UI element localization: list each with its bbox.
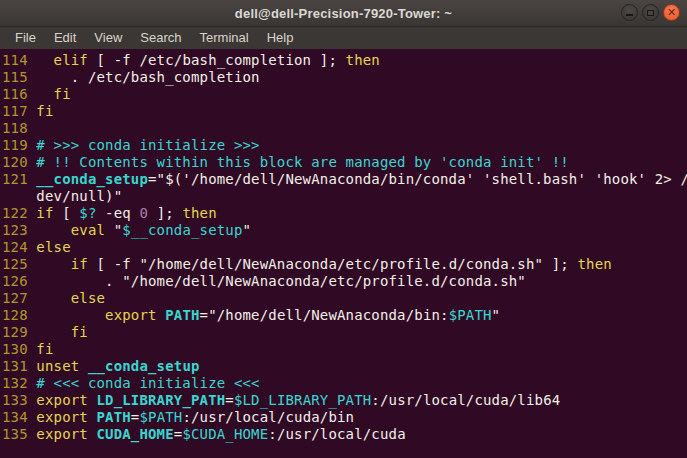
line-number: 119	[2, 137, 36, 153]
code-line: 133 export LD_LIBRARY_PATH=$LD_LIBRARY_P…	[2, 392, 687, 409]
line-number: 133	[2, 392, 36, 408]
line-number: 117	[2, 103, 36, 119]
maximize-icon	[647, 10, 654, 16]
code-line: 120 # !! Contents within this block are …	[2, 154, 687, 171]
code-line: 125 if [ -f "/home/dell/NewAnaconda/etc/…	[2, 256, 687, 273]
minimize-icon	[626, 14, 633, 16]
menu-file[interactable]: File	[6, 28, 45, 48]
code-line-wrap: dev/null)"	[2, 188, 687, 205]
menu-edit[interactable]: Edit	[45, 28, 85, 48]
line-number: 135	[2, 426, 36, 442]
line-number: 126	[2, 273, 36, 289]
terminal-window: dell@dell-Precision-7920-Tower: ~ ✕ File…	[0, 0, 687, 458]
menu-search[interactable]: Search	[131, 28, 190, 48]
code-line: 118	[2, 120, 687, 137]
window-titlebar[interactable]: dell@dell-Precision-7920-Tower: ~ ✕	[0, 0, 687, 27]
code-line: 131 unset __conda_setup	[2, 358, 687, 375]
code-line: 119 # >>> conda initialize >>>	[2, 137, 687, 154]
line-number: 122	[2, 205, 36, 221]
code-line: 134 export PATH=$PATH:/usr/local/cuda/bi…	[2, 409, 687, 426]
code-line: 126 . "/home/dell/NewAnaconda/etc/profil…	[2, 273, 687, 290]
code-line: 130 fi	[2, 341, 687, 358]
vim-statusline: -- INSERT -- 135,44 Bot	[0, 442, 687, 458]
code-line: 128 export PATH="/home/dell/NewAnaconda/…	[2, 307, 687, 324]
code-line: 121 __conda_setup="$('/home/dell/NewAnac…	[2, 171, 687, 188]
code-line: 117 fi	[2, 103, 687, 120]
line-number: 118	[2, 120, 36, 136]
window-title: dell@dell-Precision-7920-Tower: ~	[235, 6, 452, 21]
line-number: 129	[2, 324, 36, 340]
line-number: 134	[2, 409, 36, 425]
line-number: 128	[2, 307, 36, 323]
code-line: 129 fi	[2, 324, 687, 341]
line-number: 115	[2, 69, 36, 85]
line-number: 125	[2, 256, 36, 272]
close-button[interactable]: ✕	[663, 4, 680, 21]
menu-terminal[interactable]: Terminal	[191, 28, 258, 48]
line-number: 127	[2, 290, 36, 306]
line-number: 120	[2, 154, 36, 170]
close-icon: ✕	[667, 7, 676, 18]
menu-help[interactable]: Help	[258, 28, 303, 48]
line-number: 132	[2, 375, 36, 391]
code-line: 114 elif [ -f /etc/bash_completion ]; th…	[2, 52, 687, 69]
menubar: FileEditViewSearchTerminalHelp	[0, 27, 687, 49]
code-line: 116 fi	[2, 86, 687, 103]
code-line: 135 export CUDA_HOME=$CUDA_HOME:/usr/loc…	[2, 426, 687, 443]
line-number	[2, 188, 36, 204]
line-number: 124	[2, 239, 36, 255]
menu-view[interactable]: View	[85, 28, 131, 48]
line-number: 131	[2, 358, 36, 374]
code-line: 123 eval "$__conda_setup"	[2, 222, 687, 239]
code-line: 127 else	[2, 290, 687, 307]
line-number: 114	[2, 52, 36, 68]
code-line: 115 . /etc/bash_completion	[2, 69, 687, 86]
code-line: 122 if [ $? -eq 0 ]; then	[2, 205, 687, 222]
code-line: 132 # <<< conda initialize <<<	[2, 375, 687, 392]
maximize-button[interactable]	[642, 4, 659, 21]
line-number: 121	[2, 171, 36, 187]
terminal-viewport[interactable]: 114 elif [ -f /etc/bash_completion ]; th…	[0, 49, 687, 458]
code-line: 124 else	[2, 239, 687, 256]
line-number: 130	[2, 341, 36, 357]
line-number: 116	[2, 86, 36, 102]
minimize-button[interactable]	[621, 4, 638, 21]
window-controls: ✕	[621, 4, 680, 21]
line-number: 123	[2, 222, 36, 238]
code-area: 114 elif [ -f /etc/bash_completion ]; th…	[0, 52, 687, 443]
